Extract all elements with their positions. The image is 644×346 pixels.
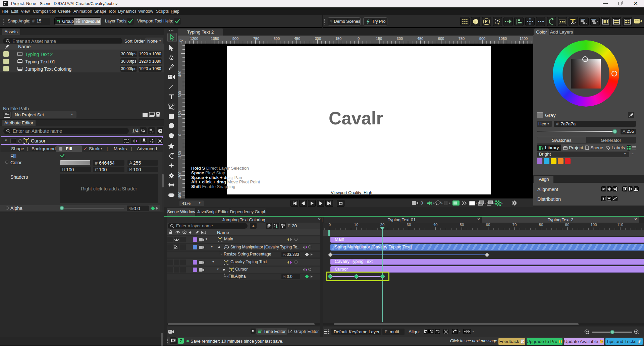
svg-text:abc: abc	[224, 246, 228, 248]
